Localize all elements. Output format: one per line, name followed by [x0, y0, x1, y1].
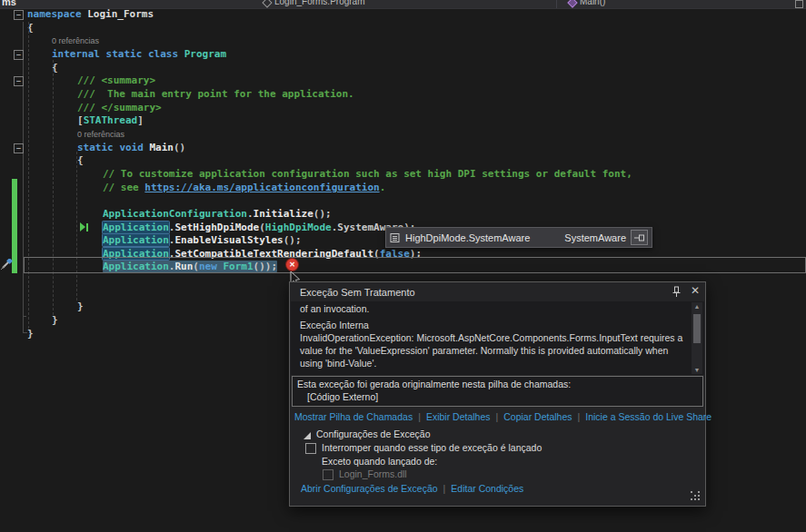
- stack-frame: [Código Externo]: [307, 391, 378, 402]
- module-exception-checkbox[interactable]: [323, 469, 333, 480]
- indent-guide: [28, 22, 29, 329]
- outline-structure-tick: [23, 316, 26, 317]
- show-callstack-link[interactable]: Mostrar Pilha de Chamadas: [294, 411, 413, 422]
- code-line[interactable]: /// The main entry point for the applica…: [0, 88, 806, 102]
- settings-links: Abrir Configurações de Exceção|Editar Co…: [301, 483, 523, 494]
- callstack-origin-box: Esta exceção foi gerada originalmente ne…: [292, 376, 703, 407]
- code-line[interactable]: [STAThread]: [0, 114, 806, 128]
- codelens-label[interactable]: 0 referências: [0, 128, 806, 142]
- datatip-pin-button[interactable]: [631, 230, 648, 245]
- action-links: Mostrar Pilha de Chamadas|Exibir Detalhe…: [294, 411, 711, 422]
- exception-message-panel: of an invocation. Exceção Interna Invali…: [291, 301, 704, 375]
- fold-collapse-icon[interactable]: −: [14, 50, 24, 60]
- debugger-datatip[interactable]: HighDpiMode.SystemAware SystemAware: [385, 227, 652, 248]
- exception-settings-heading: Configurações de Exceção: [316, 429, 431, 439]
- fold-collapse-icon[interactable]: −: [14, 76, 24, 86]
- code-line[interactable]: internal static class Program: [0, 48, 806, 62]
- stack-heading: Esta exceção foi gerada originalmente ne…: [297, 379, 571, 389]
- fold-collapse-icon[interactable]: −: [14, 10, 24, 20]
- copy-details-link[interactable]: Copiar Detalhes: [503, 411, 572, 422]
- inner-exception-text: using 'bind-Value'.: [300, 358, 376, 369]
- code-line[interactable]: ApplicationConfiguration.Initialize();: [0, 208, 806, 222]
- break-on-exception-checkbox[interactable]: [305, 443, 316, 454]
- nav-window-icon: [795, 0, 803, 8]
- method-icon: [567, 0, 577, 7]
- code-line[interactable]: [0, 194, 806, 208]
- open-exception-settings-link[interactable]: Abrir Configurações de Exceção: [301, 483, 438, 494]
- nav-left-partial: ms: [2, 0, 16, 7]
- code-line[interactable]: /// <summary>: [0, 74, 806, 88]
- code-line[interactable]: static void Main(): [0, 142, 806, 155]
- breadcrumb[interactable]: Login_Forms.Program: [264, 0, 364, 6]
- current-statement-box: [24, 257, 806, 273]
- fold-collapse-icon[interactable]: −: [14, 143, 24, 153]
- settings-expanded-icon[interactable]: [303, 432, 311, 439]
- nav-separator: [556, 0, 557, 8]
- pin-icon: [634, 234, 645, 241]
- breadcrumb-class-label[interactable]: Login_Forms.Program: [274, 0, 364, 6]
- break-on-exception-label[interactable]: Interromper quando esse tipo de exceção …: [322, 442, 542, 453]
- visual-studio-debug-screen: ms Login_Forms.Program Main() namespace …: [0, 0, 806, 532]
- breadcrumb-method-label[interactable]: Main(): [580, 0, 605, 6]
- pin-icon: [672, 286, 682, 298]
- datatip-value: SystemAware: [564, 232, 626, 243]
- dialog-close-button[interactable]: ✕: [691, 284, 700, 297]
- indent-guide: [53, 60, 54, 315]
- except-when-label: Exceto quando lançado de:: [322, 456, 437, 467]
- exception-dialog: Exceção Sem Tratamento ✕ of an invocatio…: [289, 281, 706, 507]
- exception-error-icon[interactable]: ✕: [286, 259, 298, 271]
- quick-actions-screwdriver-icon[interactable]: [0, 259, 13, 272]
- inner-exception-text: InvalidOperationException: Microsoft.Asp…: [300, 332, 682, 343]
- code-line[interactable]: // To customize application configuratio…: [0, 168, 806, 182]
- dialog-pin-button[interactable]: [672, 286, 682, 300]
- datatip-expression: HighDpiMode.SystemAware: [405, 232, 530, 243]
- inner-exception-text: value for the 'ValueExpression' paramete…: [300, 345, 668, 356]
- codelens-label[interactable]: 0 referências: [0, 34, 806, 48]
- inner-exception-heading: Exceção Interna: [300, 320, 369, 330]
- indent-guide: [76, 152, 77, 300]
- code-line[interactable]: {: [0, 154, 806, 168]
- run-to-cursor-icon[interactable]: [80, 222, 88, 232]
- module-exception-label[interactable]: Login_Forms.dll: [339, 468, 407, 479]
- method-dropdown[interactable]: Main(): [569, 0, 605, 6]
- scroll-up-icon[interactable]: ▲: [692, 303, 702, 310]
- scroll-down-icon[interactable]: ▼: [692, 367, 702, 373]
- edit-conditions-link[interactable]: Editar Condições: [451, 483, 523, 494]
- message-overflow-line: of an invocation.: [300, 303, 369, 314]
- scroll-thumb[interactable]: [693, 314, 701, 343]
- view-details-link[interactable]: Exibir Detalhes: [426, 411, 491, 422]
- outline-structure-tick: [23, 332, 27, 333]
- code-line[interactable]: /// </summary>: [0, 102, 806, 115]
- code-line[interactable]: {: [0, 22, 806, 35]
- resize-grip[interactable]: [690, 490, 701, 501]
- code-line[interactable]: namespace Login_Forms: [0, 8, 806, 22]
- code-line[interactable]: {: [0, 62, 806, 75]
- message-scrollbar[interactable]: ▲ ▼: [692, 302, 702, 374]
- outline-structure-line: [23, 22, 24, 333]
- class-icon: [262, 0, 272, 7]
- dialog-title: Exceção Sem Tratamento: [300, 287, 415, 298]
- live-share-link[interactable]: Inicie a Sessão do Live Share: [585, 411, 711, 422]
- enum-icon: [390, 232, 401, 243]
- code-line[interactable]: // see https://aka.ms/applicationconfigu…: [0, 182, 806, 195]
